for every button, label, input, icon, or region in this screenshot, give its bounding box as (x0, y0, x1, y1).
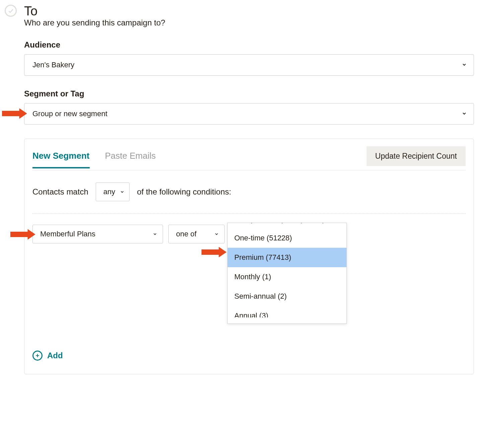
segment-or-tag-select[interactable]: Group or new segment (24, 103, 474, 125)
condition-operator-value: one of (176, 230, 196, 238)
match-mode-value: any (103, 188, 115, 196)
condition-field-value: Memberful Plans (40, 230, 95, 238)
segment-or-tag-label: Segment or Tag (24, 89, 474, 98)
step-subtitle: Who are you sending this campaign to? (24, 18, 474, 27)
segment-or-tag-selected-value: Group or new segment (32, 109, 107, 118)
step-status-icon (5, 5, 17, 17)
condition-field-select[interactable]: Memberful Plans (32, 225, 163, 243)
dropdown-option[interactable]: Monthly (1) (228, 267, 346, 287)
condition-value-dropdown[interactable]: Group Subscription (38076)One-time (5122… (227, 223, 347, 324)
step-title: To (24, 5, 474, 17)
audience-label: Audience (24, 40, 474, 50)
chevron-down-icon (153, 230, 157, 238)
match-suffix: of the following conditions: (137, 187, 231, 197)
tab-new-segment[interactable]: New Segment (32, 149, 90, 168)
update-recipient-count-button[interactable]: Update Recipient Count (367, 146, 466, 166)
audience-select[interactable]: Jen's Bakery (24, 54, 474, 76)
condition-operator-select[interactable]: one of (168, 225, 225, 243)
dropdown-option[interactable]: Annual (3) (228, 306, 346, 317)
chevron-down-icon (214, 230, 219, 238)
dropdown-option[interactable]: One-time (51228) (228, 228, 346, 248)
add-condition-label: Add (47, 351, 63, 360)
match-prefix: Contacts match (32, 187, 88, 197)
tab-paste-emails[interactable]: Paste Emails (105, 149, 156, 168)
audience-selected-value: Jen's Bakery (32, 61, 74, 69)
dropdown-option[interactable]: Premium (77413) (228, 248, 346, 267)
chevron-down-icon (462, 61, 467, 69)
chevron-down-icon (120, 188, 125, 196)
plus-circle-icon (32, 351, 43, 361)
add-condition-button[interactable]: Add (32, 351, 63, 361)
match-mode-select[interactable]: any (96, 182, 130, 201)
dropdown-option[interactable]: Semi-annual (2) (228, 287, 346, 306)
segment-builder-card: New Segment Paste Emails Update Recipien… (24, 139, 474, 374)
dropdown-option[interactable]: Group Subscription (38076) (228, 223, 346, 228)
chevron-down-icon (462, 109, 467, 118)
